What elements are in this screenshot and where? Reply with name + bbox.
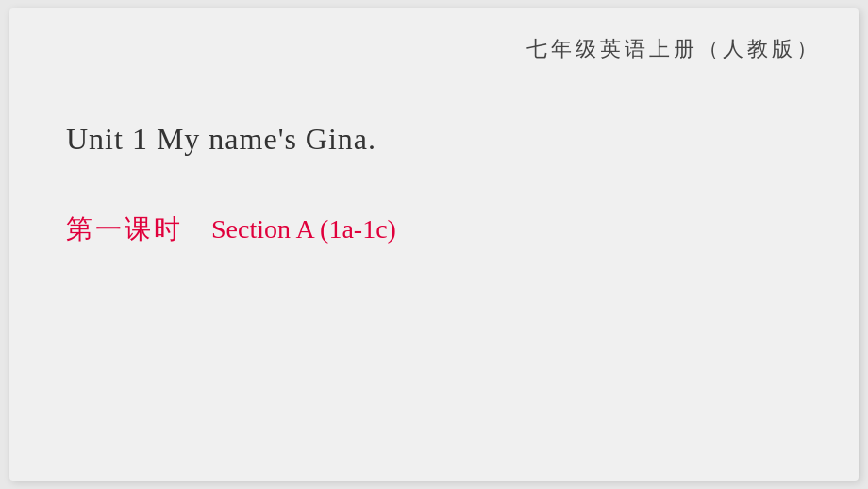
section-english-label: Section A (1a-1c) xyxy=(211,214,396,244)
textbook-title: 七年级英语上册（人教版） xyxy=(526,35,821,63)
section-chinese-label: 第一课时 xyxy=(66,211,183,247)
slide: 七年级英语上册（人教版） Unit 1 My name's Gina. 第一课时… xyxy=(9,8,859,481)
section-line: 第一课时 Section A (1a-1c) xyxy=(66,211,396,247)
unit-title: Unit 1 My name's Gina. xyxy=(66,122,376,157)
